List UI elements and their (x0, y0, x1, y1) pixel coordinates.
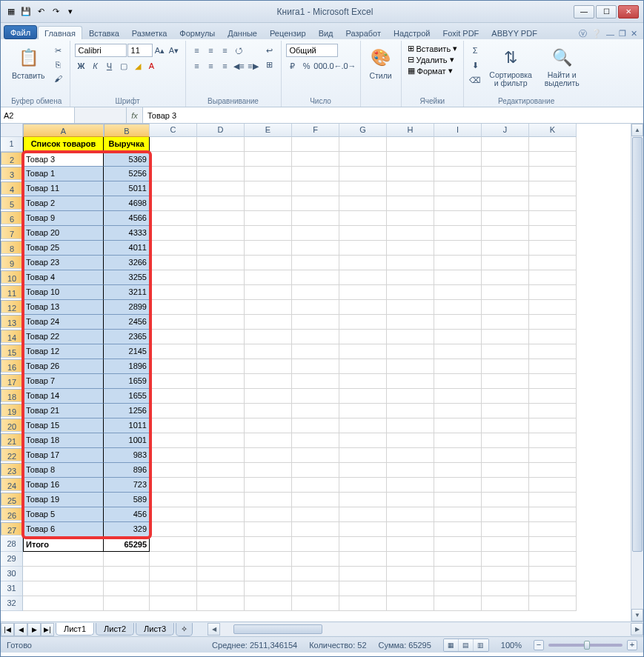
cell[interactable] (529, 552, 577, 567)
cell-header-a[interactable]: Список товаров (23, 137, 104, 152)
doc-minimize-icon[interactable]: — (606, 30, 614, 39)
cell[interactable] (197, 315, 245, 330)
border-icon[interactable]: ▢ (117, 59, 130, 73)
cell[interactable] (197, 167, 245, 181)
cell[interactable] (387, 478, 434, 493)
cell[interactable] (197, 300, 245, 315)
cell[interactable] (387, 448, 434, 463)
row-header[interactable]: 20 (1, 418, 23, 432)
scroll-right-button[interactable]: ▶ (631, 623, 643, 636)
cell[interactable] (150, 226, 197, 241)
cell[interactable]: 3211 (104, 285, 150, 300)
cell[interactable] (197, 374, 245, 389)
cell[interactable] (197, 552, 245, 567)
cell[interactable]: 2456 (104, 315, 150, 330)
cell[interactable] (245, 389, 292, 404)
row-header[interactable]: 29 (1, 552, 23, 567)
cell[interactable] (150, 507, 197, 522)
cell[interactable] (197, 463, 245, 478)
cell[interactable] (434, 537, 482, 552)
cell[interactable] (387, 167, 434, 181)
cell[interactable]: Товар 9 (23, 211, 104, 226)
cell[interactable] (245, 181, 292, 196)
cell[interactable] (339, 478, 387, 493)
cell[interactable] (529, 567, 577, 581)
col-header-D[interactable]: D (197, 124, 245, 137)
copy-icon[interactable]: ⎘ (52, 58, 65, 71)
cell[interactable] (339, 181, 387, 196)
cell[interactable] (150, 567, 197, 581)
cell[interactable] (529, 433, 577, 448)
tab-review[interactable]: Рецензир (264, 27, 312, 39)
cell[interactable] (434, 241, 482, 256)
decrease-indent-icon[interactable]: ◀≡ (233, 59, 246, 73)
cell[interactable] (245, 270, 292, 285)
delete-cells-button[interactable]: ⊟ Удалить ▾ (406, 55, 459, 64)
cell[interactable] (245, 359, 292, 374)
cell[interactable] (150, 167, 197, 181)
cell[interactable] (150, 137, 197, 152)
row-header[interactable]: 19 (1, 404, 23, 417)
row-header[interactable]: 32 (1, 596, 23, 611)
font-name-select[interactable] (75, 44, 127, 57)
cell[interactable]: Товар 11 (23, 181, 104, 196)
cell[interactable] (292, 448, 339, 463)
col-header-A[interactable]: A (23, 124, 104, 137)
cell[interactable] (245, 167, 292, 181)
cell[interactable] (245, 211, 292, 226)
cell[interactable] (529, 389, 577, 404)
row-header[interactable]: 24 (1, 478, 23, 491)
row-header[interactable]: 23 (1, 463, 23, 476)
row-header[interactable]: 22 (1, 448, 23, 461)
cell[interactable] (245, 241, 292, 256)
format-cells-button[interactable]: ▦ Формат ▾ (406, 66, 459, 76)
decrease-decimal-icon[interactable]: .0→ (342, 59, 356, 73)
cell[interactable] (482, 256, 529, 270)
cell[interactable] (434, 522, 482, 537)
cell[interactable] (434, 315, 482, 330)
cell[interactable] (434, 300, 482, 315)
cell[interactable] (197, 270, 245, 285)
sort-filter-button[interactable]: ⇅ Сортировка и фильтр (485, 44, 537, 90)
cell[interactable] (292, 404, 339, 418)
cell[interactable] (150, 256, 197, 270)
cell[interactable] (482, 226, 529, 241)
cell[interactable] (434, 211, 482, 226)
cell[interactable] (292, 167, 339, 181)
undo-icon[interactable]: ↶ (35, 6, 47, 18)
row-header[interactable]: 10 (1, 270, 23, 284)
cell[interactable] (387, 493, 434, 507)
cell[interactable] (197, 241, 245, 256)
redo-icon[interactable]: ↷ (50, 6, 62, 18)
cell[interactable] (482, 359, 529, 374)
cell[interactable]: Товар 5 (23, 507, 104, 522)
row-header[interactable]: 26 (1, 507, 23, 521)
cell[interactable] (23, 552, 104, 567)
tab-formulas[interactable]: Формулы (173, 27, 221, 39)
cell[interactable] (292, 581, 339, 596)
zoom-in-button[interactable]: + (627, 640, 637, 650)
cell[interactable] (529, 211, 577, 226)
cell[interactable]: 5256 (104, 167, 150, 181)
cell[interactable]: Товар 13 (23, 300, 104, 315)
cell[interactable] (387, 241, 434, 256)
cell[interactable] (339, 300, 387, 315)
cell[interactable] (434, 344, 482, 359)
cell[interactable] (150, 152, 197, 167)
cell[interactable] (434, 448, 482, 463)
cell[interactable] (387, 596, 434, 611)
cell[interactable] (339, 389, 387, 404)
cell[interactable] (387, 567, 434, 581)
cell[interactable] (387, 285, 434, 300)
cell[interactable] (197, 196, 245, 211)
cell[interactable]: Товар 15 (23, 418, 104, 433)
cell[interactable] (387, 270, 434, 285)
cell[interactable] (150, 285, 197, 300)
cell[interactable] (482, 344, 529, 359)
cell[interactable] (245, 315, 292, 330)
cell[interactable] (434, 389, 482, 404)
cell[interactable] (197, 181, 245, 196)
sheet-nav-prev[interactable]: ◀ (14, 623, 27, 636)
row-header[interactable]: 31 (1, 581, 23, 596)
cell[interactable]: 3255 (104, 270, 150, 285)
